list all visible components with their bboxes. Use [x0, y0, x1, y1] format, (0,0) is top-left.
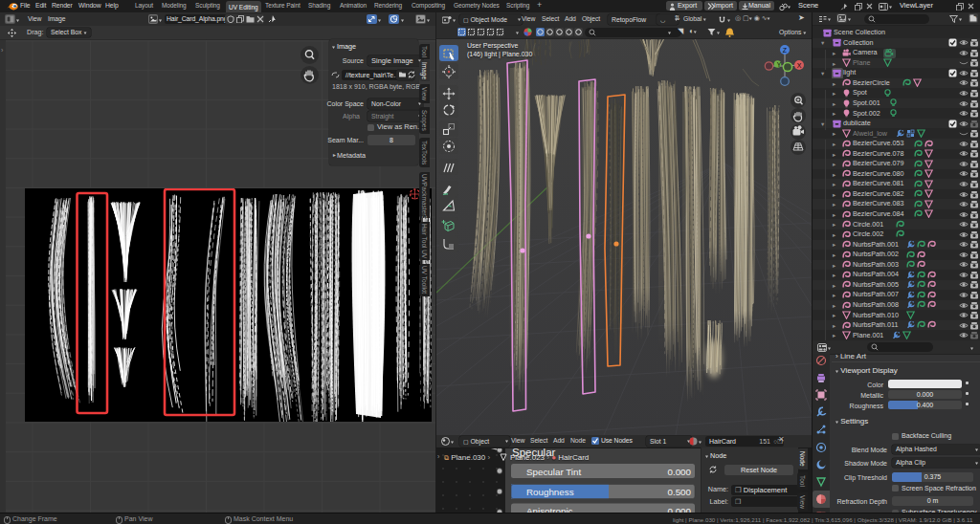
- svg-text:Specular Tint: Specular Tint: [526, 467, 581, 477]
- svg-text:Anisotropic: Anisotropic: [526, 506, 573, 513]
- svg-text:0.500: 0.500: [667, 487, 691, 497]
- svg-text:0.000: 0.000: [667, 467, 691, 477]
- svg-text:Z: Z: [783, 47, 788, 54]
- svg-text:Y: Y: [777, 61, 782, 68]
- svg-text:X: X: [797, 62, 802, 69]
- svg-text:Roughness: Roughness: [526, 487, 574, 497]
- svg-text:+: +: [975, 13, 978, 19]
- svg-text:0.000: 0.000: [667, 506, 691, 513]
